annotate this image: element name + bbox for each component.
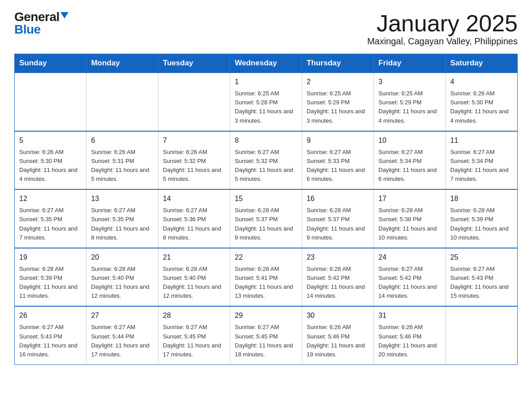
- weekday-header-wednesday: Wednesday: [230, 54, 302, 73]
- day-number: 15: [235, 193, 297, 204]
- day-number: 3: [378, 77, 441, 87]
- day-number: 28: [163, 310, 225, 321]
- calendar-day-cell: 20Sunrise: 6:28 AMSunset: 5:40 PMDayligh…: [86, 248, 158, 307]
- day-number: 18: [450, 193, 513, 204]
- calendar-day-cell: 26Sunrise: 6:27 AMSunset: 5:43 PMDayligh…: [15, 306, 86, 364]
- day-info: Sunrise: 6:27 AMSunset: 5:43 PMDaylight:…: [19, 323, 82, 359]
- calendar-table: SundayMondayTuesdayWednesdayThursdayFrid…: [14, 54, 518, 365]
- logo-blue-text: Blue: [14, 23, 41, 36]
- day-number: 4: [450, 77, 513, 87]
- calendar-day-cell: 6Sunrise: 6:26 AMSunset: 5:31 PMDaylight…: [86, 131, 158, 190]
- day-info: Sunrise: 6:28 AMSunset: 5:40 PMDaylight:…: [163, 265, 225, 301]
- day-info: Sunrise: 6:27 AMSunset: 5:34 PMDaylight:…: [378, 148, 441, 184]
- day-info: Sunrise: 6:26 AMSunset: 5:46 PMDaylight:…: [307, 323, 369, 359]
- calendar-day-cell: 2Sunrise: 6:25 AMSunset: 5:29 PMDaylight…: [302, 73, 373, 131]
- day-info: Sunrise: 6:25 AMSunset: 5:28 PMDaylight:…: [235, 89, 297, 125]
- day-number: 5: [19, 135, 82, 146]
- calendar-day-cell: 28Sunrise: 6:27 AMSunset: 5:45 PMDayligh…: [158, 306, 230, 364]
- day-info: Sunrise: 6:27 AMSunset: 5:35 PMDaylight:…: [91, 206, 153, 242]
- day-number: 24: [378, 252, 441, 263]
- calendar-day-cell: 13Sunrise: 6:27 AMSunset: 5:35 PMDayligh…: [86, 189, 158, 248]
- calendar-day-cell: 7Sunrise: 6:26 AMSunset: 5:32 PMDaylight…: [158, 131, 230, 190]
- day-number: 19: [19, 252, 82, 263]
- empty-cell: [158, 73, 230, 131]
- calendar-day-cell: 19Sunrise: 6:28 AMSunset: 5:39 PMDayligh…: [15, 248, 86, 307]
- calendar-day-cell: 18Sunrise: 6:28 AMSunset: 5:39 PMDayligh…: [446, 189, 517, 248]
- day-number: 10: [378, 135, 441, 146]
- day-number: 14: [163, 193, 225, 204]
- day-number: 27: [91, 310, 153, 321]
- calendar-day-cell: 31Sunrise: 6:26 AMSunset: 5:46 PMDayligh…: [374, 306, 446, 364]
- day-info: Sunrise: 6:26 AMSunset: 5:32 PMDaylight:…: [163, 148, 225, 184]
- calendar-week-row: 1Sunrise: 6:25 AMSunset: 5:28 PMDaylight…: [15, 73, 518, 131]
- day-number: 20: [91, 252, 153, 263]
- day-info: Sunrise: 6:27 AMSunset: 5:33 PMDaylight:…: [307, 148, 369, 184]
- calendar-day-cell: 15Sunrise: 6:28 AMSunset: 5:37 PMDayligh…: [230, 189, 302, 248]
- calendar-day-cell: 22Sunrise: 6:28 AMSunset: 5:41 PMDayligh…: [230, 248, 302, 307]
- day-info: Sunrise: 6:27 AMSunset: 5:32 PMDaylight:…: [235, 148, 297, 184]
- calendar-week-row: 19Sunrise: 6:28 AMSunset: 5:39 PMDayligh…: [15, 248, 518, 307]
- day-info: Sunrise: 6:28 AMSunset: 5:42 PMDaylight:…: [307, 265, 369, 301]
- day-number: 29: [235, 310, 297, 321]
- day-info: Sunrise: 6:26 AMSunset: 5:31 PMDaylight:…: [91, 148, 153, 184]
- weekday-header-monday: Monday: [86, 54, 158, 73]
- calendar-day-cell: 21Sunrise: 6:28 AMSunset: 5:40 PMDayligh…: [158, 248, 230, 307]
- page-header: General Blue January 2025 Maxingal, Caga…: [14, 11, 518, 47]
- day-number: 21: [163, 252, 225, 263]
- day-number: 8: [235, 135, 297, 146]
- logo: General Blue: [14, 11, 69, 36]
- calendar-day-cell: 4Sunrise: 6:26 AMSunset: 5:30 PMDaylight…: [446, 73, 517, 131]
- day-number: 30: [307, 310, 369, 321]
- day-number: 16: [307, 193, 369, 204]
- calendar-day-cell: 12Sunrise: 6:27 AMSunset: 5:35 PMDayligh…: [15, 189, 86, 248]
- day-info: Sunrise: 6:25 AMSunset: 5:29 PMDaylight:…: [307, 89, 369, 125]
- logo-general-text: General: [14, 11, 60, 23]
- title-block: January 2025 Maxingal, Cagayan Valley, P…: [367, 11, 518, 47]
- day-info: Sunrise: 6:28 AMSunset: 5:41 PMDaylight:…: [235, 265, 297, 301]
- empty-cell: [446, 306, 517, 364]
- day-info: Sunrise: 6:27 AMSunset: 5:44 PMDaylight:…: [91, 323, 153, 359]
- day-info: Sunrise: 6:28 AMSunset: 5:38 PMDaylight:…: [378, 206, 441, 242]
- day-number: 25: [450, 252, 513, 263]
- calendar-day-cell: 8Sunrise: 6:27 AMSunset: 5:32 PMDaylight…: [230, 131, 302, 190]
- empty-cell: [86, 73, 158, 131]
- day-info: Sunrise: 6:27 AMSunset: 5:35 PMDaylight:…: [19, 206, 82, 242]
- day-info: Sunrise: 6:27 AMSunset: 5:45 PMDaylight:…: [235, 323, 297, 359]
- calendar-day-cell: 24Sunrise: 6:27 AMSunset: 5:42 PMDayligh…: [374, 248, 446, 307]
- day-info: Sunrise: 6:25 AMSunset: 5:29 PMDaylight:…: [378, 89, 441, 125]
- calendar-header-row: SundayMondayTuesdayWednesdayThursdayFrid…: [15, 54, 518, 73]
- day-info: Sunrise: 6:28 AMSunset: 5:40 PMDaylight:…: [91, 265, 153, 301]
- day-info: Sunrise: 6:26 AMSunset: 5:30 PMDaylight:…: [19, 148, 82, 184]
- calendar-day-cell: 17Sunrise: 6:28 AMSunset: 5:38 PMDayligh…: [374, 189, 446, 248]
- day-number: 1: [235, 77, 297, 87]
- day-info: Sunrise: 6:28 AMSunset: 5:39 PMDaylight:…: [19, 265, 82, 301]
- logo-triangle-icon: [60, 12, 69, 18]
- day-info: Sunrise: 6:27 AMSunset: 5:36 PMDaylight:…: [163, 206, 225, 242]
- calendar-day-cell: 29Sunrise: 6:27 AMSunset: 5:45 PMDayligh…: [230, 306, 302, 364]
- weekday-header-friday: Friday: [374, 54, 446, 73]
- day-number: 11: [450, 135, 513, 146]
- month-title: January 2025: [367, 11, 518, 36]
- day-number: 9: [307, 135, 369, 146]
- location-title: Maxingal, Cagayan Valley, Philippines: [367, 36, 518, 47]
- day-info: Sunrise: 6:26 AMSunset: 5:46 PMDaylight:…: [378, 323, 441, 359]
- day-info: Sunrise: 6:28 AMSunset: 5:37 PMDaylight:…: [235, 206, 297, 242]
- day-number: 22: [235, 252, 297, 263]
- day-info: Sunrise: 6:28 AMSunset: 5:39 PMDaylight:…: [450, 206, 513, 242]
- day-number: 31: [378, 310, 441, 321]
- calendar-day-cell: 14Sunrise: 6:27 AMSunset: 5:36 PMDayligh…: [158, 189, 230, 248]
- empty-cell: [15, 73, 86, 131]
- calendar-day-cell: 1Sunrise: 6:25 AMSunset: 5:28 PMDaylight…: [230, 73, 302, 131]
- day-number: 6: [91, 135, 153, 146]
- day-info: Sunrise: 6:26 AMSunset: 5:30 PMDaylight:…: [450, 89, 513, 125]
- day-number: 26: [19, 310, 82, 321]
- day-number: 23: [307, 252, 369, 263]
- calendar-day-cell: 23Sunrise: 6:28 AMSunset: 5:42 PMDayligh…: [302, 248, 373, 307]
- weekday-header-saturday: Saturday: [446, 54, 517, 73]
- day-info: Sunrise: 6:27 AMSunset: 5:42 PMDaylight:…: [378, 265, 441, 301]
- calendar-day-cell: 3Sunrise: 6:25 AMSunset: 5:29 PMDaylight…: [374, 73, 446, 131]
- day-info: Sunrise: 6:27 AMSunset: 5:45 PMDaylight:…: [163, 323, 225, 359]
- calendar-week-row: 5Sunrise: 6:26 AMSunset: 5:30 PMDaylight…: [15, 131, 518, 190]
- calendar-day-cell: 16Sunrise: 6:28 AMSunset: 5:37 PMDayligh…: [302, 189, 373, 248]
- calendar-day-cell: 10Sunrise: 6:27 AMSunset: 5:34 PMDayligh…: [374, 131, 446, 190]
